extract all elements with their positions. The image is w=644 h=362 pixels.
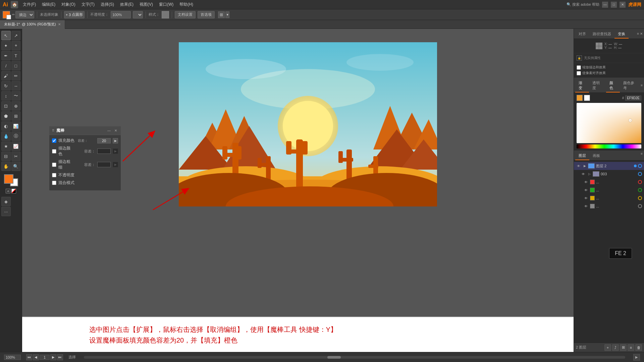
extra-tool-1[interactable]: ◈ (1, 197, 11, 206)
color-saturation-field[interactable] (577, 103, 641, 143)
mesh-tool[interactable]: ⊞ (11, 111, 21, 121)
selection-tool[interactable]: ↖ (1, 31, 11, 40)
brush-dropdown[interactable]: 摘边 (15, 11, 34, 18)
tolerance-input[interactable]: 20 (97, 138, 111, 143)
column-graph-tool[interactable]: 📈 (11, 141, 21, 151)
bg-swatch[interactable] (584, 95, 590, 101)
menu-effect[interactable]: 效果(E) (117, 1, 136, 8)
stroke-width-checkbox[interactable] (52, 163, 56, 167)
fill-color-checkbox[interactable] (52, 138, 56, 143)
tab-swatches[interactable]: 渐变 (575, 79, 589, 93)
layer-target-green[interactable] (638, 188, 642, 192)
blend-tool[interactable]: ⓪ (11, 131, 21, 141)
arrange-dropdown[interactable]: ▼ (225, 11, 229, 18)
stroke-width-tolerance-input[interactable] (97, 162, 111, 167)
layer-expand-2[interactable]: ▶ (583, 164, 587, 168)
horizontal-scrollbar[interactable] (84, 356, 625, 359)
opacity-input[interactable] (111, 11, 131, 18)
warp-tool[interactable]: 〜 (11, 91, 21, 101)
layers-options[interactable]: ≡ (641, 152, 643, 160)
slice-tool[interactable]: ✂ (11, 152, 21, 161)
menu-help[interactable]: 帮助(H) (177, 1, 196, 8)
tab-close-icon[interactable]: ✕ (58, 22, 61, 26)
layer-item-003[interactable]: 👁 ▷ 003 (574, 170, 644, 178)
close-btn[interactable]: ✕ (620, 2, 626, 8)
arrange-icon[interactable]: ⊞ (218, 11, 225, 18)
layer-item-yellow[interactable]: 👁 ... (574, 194, 644, 202)
minimize-btn[interactable]: — (602, 2, 608, 8)
last-page-btn[interactable]: ⏭ (57, 354, 63, 360)
layer-item-red[interactable]: 👁 ... (574, 178, 644, 186)
maximize-btn[interactable]: □ (611, 2, 617, 8)
scroll-end-btn[interactable]: ▶ (633, 354, 640, 361)
opacity-checkbox[interactable] (52, 173, 56, 177)
layer-eye-2[interactable]: 👁 (576, 163, 581, 169)
more-tools-btn[interactable]: ··· (1, 207, 11, 216)
panel-options-icon[interactable]: ≡ (637, 32, 639, 36)
fg-swatch[interactable] (577, 95, 583, 101)
tab-layers[interactable]: 图层 (575, 152, 589, 160)
layer-item-gray[interactable]: 👁 ... (574, 202, 644, 210)
layer-expand-003[interactable]: ▷ (587, 172, 591, 176)
tab-transform[interactable]: 变换 (614, 30, 629, 39)
next-page-btn[interactable]: ▶ (50, 354, 56, 360)
panel-title-bar[interactable]: ⠿ 魔棒 — ✕ (49, 126, 121, 135)
hue-bar[interactable] (577, 144, 641, 148)
prev-page-btn[interactable]: ◀ (33, 354, 39, 360)
layer-eye-green[interactable]: 👁 (583, 187, 589, 193)
preferences-btn[interactable]: 首选项 (198, 11, 215, 18)
layer-eye-yellow[interactable]: 👁 (583, 195, 589, 201)
tab-artboard[interactable]: 画板 (589, 152, 603, 160)
color-mode-icon[interactable] (11, 189, 16, 193)
layer-target-003[interactable] (638, 172, 642, 176)
scale-stroke-checkbox[interactable] (577, 65, 581, 70)
stroke-color-tolerance-input[interactable] (97, 148, 111, 154)
create-sublayer-btn[interactable]: ⊞ (620, 344, 627, 351)
menu-window[interactable]: 窗口(W) (156, 1, 176, 8)
blend-mode-checkbox[interactable] (52, 181, 56, 185)
no-color-icon[interactable]: ⊘ (6, 189, 10, 193)
first-page-btn[interactable]: ⏮ (26, 354, 32, 360)
rotate-tool[interactable]: ↻ (1, 81, 11, 90)
eyedropper-tool[interactable]: 💧 (1, 131, 11, 141)
stroke-color-checkbox[interactable] (52, 149, 56, 154)
lock-icon[interactable]: 🔒 (577, 55, 582, 61)
magic-wand-tool[interactable]: ✦ (1, 41, 11, 50)
layer-eye-gray[interactable]: 👁 (583, 203, 589, 209)
layer-options-btn[interactable]: ≡ (628, 344, 634, 351)
layer-eye-red[interactable]: 👁 (583, 179, 589, 185)
shape-builder-tool[interactable]: ⊕ (11, 101, 21, 111)
menu-object[interactable]: 对象(O) (59, 1, 78, 8)
home-button[interactable]: 🏠 (11, 1, 18, 8)
artboard-tool[interactable]: ⊟ (1, 152, 11, 161)
layer-target-yellow[interactable] (638, 196, 642, 200)
free-transform-tool[interactable]: ⊡ (1, 101, 11, 111)
panel-close-right[interactable]: ✕ (640, 32, 643, 36)
tab-transparency[interactable]: 透明度 (589, 79, 606, 93)
stroke-color-swatch[interactable] (3, 11, 10, 18)
chart-tool[interactable]: 📊 (11, 121, 21, 131)
color-panel-options[interactable]: ≡ (641, 83, 643, 88)
menu-view[interactable]: 视图(V) (137, 1, 156, 8)
panel-close-btn[interactable]: ✕ (113, 128, 118, 133)
page-input[interactable] (40, 355, 50, 360)
layer-item-2[interactable]: 👁 ▶ 图层 2 (574, 162, 644, 170)
menu-edit[interactable]: 编辑(E) (39, 1, 58, 8)
gradient-tool[interactable]: ◐ (1, 121, 11, 131)
tolerance-increment-btn[interactable]: ▶ (113, 138, 118, 143)
tab-color-guide[interactable]: 颜色参考 (620, 79, 641, 93)
line-tool[interactable]: / (1, 61, 11, 70)
pen-tool[interactable]: ✒ (1, 51, 11, 60)
panel-minimize-btn[interactable]: — (107, 128, 111, 133)
tab-color[interactable]: 颜色 (606, 79, 620, 93)
type-tool[interactable]: T (11, 51, 21, 60)
tab-pathfinder[interactable]: 路径查找器 (589, 30, 614, 39)
delete-layer-btn[interactable]: 🗑 (635, 344, 642, 351)
rect-tool[interactable]: □ (11, 61, 21, 70)
layer-target-gray[interactable] (638, 204, 642, 208)
tab-align[interactable]: 对齐 (575, 30, 589, 39)
document-tab[interactable]: 未标题-1* @ 100% (RGB/预览) ✕ (0, 20, 65, 29)
layer-eye-003[interactable]: 👁 (581, 171, 586, 177)
menu-file[interactable]: 文件(F) (20, 1, 39, 8)
zoom-input[interactable] (4, 355, 21, 360)
